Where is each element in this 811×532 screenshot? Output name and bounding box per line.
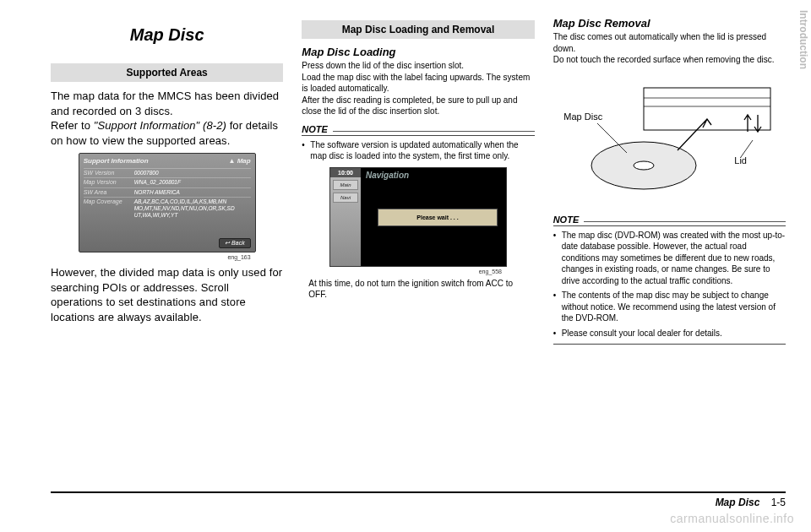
clock-label: 10:00 bbox=[330, 168, 361, 177]
please-wait-screen: 10:00 Main Navi Navigation Please wait .… bbox=[329, 167, 507, 267]
para-2: However, the divided map data is only us… bbox=[51, 265, 283, 324]
table-row: Map VersionWNA_02_200801F bbox=[84, 177, 251, 187]
section-tab: Introduction bbox=[796, 7, 811, 73]
removal-notes: The map disc (DVD-ROM) was created with … bbox=[553, 230, 786, 339]
table-row: SW AreaNORTH AMERICA bbox=[84, 187, 251, 197]
label-lid: Lid bbox=[734, 155, 747, 166]
note-label-text: NOTE bbox=[302, 124, 328, 134]
removal-p2: Do not touch the recorded surface when r… bbox=[553, 54, 786, 66]
please-wait-main: Navigation Please wait . . . bbox=[361, 168, 506, 266]
section-tab-label: Introduction bbox=[797, 10, 809, 69]
support-info-title: Support Information bbox=[84, 157, 149, 166]
support-info-screenshot: Support Information ▲ Map SW Version0000… bbox=[79, 153, 256, 260]
loading-p1: Press down the lid of the disc insertion… bbox=[302, 60, 534, 72]
column-1: Map Disc Supported Areas The map data fo… bbox=[51, 17, 283, 473]
row-val: AB,AZ,BC,CA,CO,ID,IL,IA,KS,MB,MN MO,MT,N… bbox=[134, 198, 251, 218]
svg-rect-0 bbox=[644, 88, 770, 130]
subhead-removal: Map Disc Removal bbox=[553, 17, 786, 30]
note-heading: NOTE bbox=[302, 124, 534, 136]
para-1a: The map data for the MMCS has been divid… bbox=[51, 90, 279, 117]
svg-line-6 bbox=[741, 140, 753, 157]
loading-p2: Load the map disc with the label facing … bbox=[302, 72, 534, 95]
navigation-label: Navigation bbox=[361, 168, 506, 182]
please-wait-sidebar: 10:00 Main Navi bbox=[330, 168, 361, 266]
footer-title: Map Disc bbox=[716, 497, 760, 508]
support-info-map-btn: ▲ Map bbox=[229, 157, 251, 166]
removal-p1: The disc comes out automatically when th… bbox=[553, 31, 786, 54]
support-info-screen: Support Information ▲ Map SW Version0000… bbox=[79, 153, 256, 252]
list-item: The map disc (DVD-ROM) was created with … bbox=[553, 230, 786, 287]
loading-p3: After the disc reading is completed, be … bbox=[302, 95, 534, 117]
supported-areas-text: The map data for the MMCS has been divid… bbox=[51, 89, 283, 148]
row-val: 00007800 bbox=[134, 170, 251, 176]
subhead-loading: Map Disc Loading bbox=[302, 46, 534, 58]
row-key: SW Version bbox=[84, 170, 134, 176]
loading-notes: The software version is updated automati… bbox=[302, 139, 534, 162]
label-map-disc: Map Disc bbox=[563, 111, 602, 122]
column-2: Map Disc Loading and Removal Map Disc Lo… bbox=[302, 17, 534, 473]
table-row: SW Version00007800 bbox=[84, 168, 251, 177]
please-wait-msg: Please wait . . . bbox=[378, 209, 498, 226]
support-info-back-btn: ↩ Back bbox=[219, 238, 251, 248]
page: Introduction Map Disc Supported Areas Th… bbox=[0, 0, 811, 532]
page-footer: Map Disc 1-5 bbox=[51, 491, 786, 508]
para-1b-pre: Refer to bbox=[51, 119, 94, 132]
para-1b-ref: "Support Information" (8-2) bbox=[94, 119, 226, 132]
please-wait-caption: eng_558 bbox=[329, 269, 502, 274]
row-key: Map Version bbox=[84, 179, 134, 186]
list-item: Please consult your local dealer for det… bbox=[553, 328, 786, 339]
row-key: Map Coverage bbox=[84, 198, 134, 218]
support-info-caption: eng_163 bbox=[79, 254, 251, 260]
sidebar-tab-main: Main bbox=[333, 180, 358, 190]
section-loading-removal: Map Disc Loading and Removal bbox=[302, 20, 534, 39]
note-label-text: NOTE bbox=[553, 214, 580, 225]
row-val: NORTH AMERICA bbox=[134, 189, 251, 196]
footer-page-number: 1-5 bbox=[771, 497, 786, 508]
row-val: WNA_02_200801F bbox=[134, 179, 251, 186]
svg-point-4 bbox=[634, 161, 654, 170]
section-supported-areas: Supported Areas bbox=[51, 63, 283, 82]
list-item: The contents of the map disc may be subj… bbox=[553, 290, 786, 324]
support-info-table: SW Version00007800 Map VersionWNA_02_200… bbox=[84, 168, 251, 238]
page-title: Map Disc bbox=[51, 25, 283, 45]
sidebar-tab-navi: Navi bbox=[333, 193, 358, 203]
list-item: The software version is updated automati… bbox=[302, 139, 534, 162]
watermark: carmanualsonline.info bbox=[670, 512, 794, 525]
note-heading: NOTE bbox=[553, 214, 786, 226]
column-3: Map Disc Removal The disc comes out auto… bbox=[553, 17, 786, 473]
note-end-rule bbox=[553, 344, 786, 345]
disc-figure: Map Disc Lid bbox=[563, 73, 775, 208]
disc-drawing bbox=[563, 73, 775, 208]
ignition-caption: At this time, do not turn the ignition s… bbox=[308, 278, 527, 301]
please-wait-screenshot: 10:00 Main Navi Navigation Please wait .… bbox=[329, 167, 507, 274]
table-row: Map CoverageAB,AZ,BC,CA,CO,ID,IL,IA,KS,M… bbox=[84, 197, 251, 219]
support-info-header: Support Information ▲ Map bbox=[84, 157, 251, 166]
row-key: SW Area bbox=[84, 189, 134, 196]
content-columns: Map Disc Supported Areas The map data fo… bbox=[51, 17, 786, 473]
